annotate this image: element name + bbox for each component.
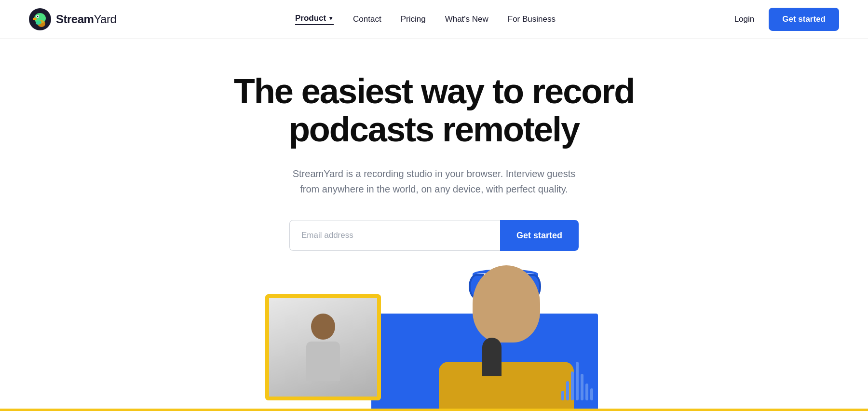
- hero-image: [265, 280, 603, 410]
- logo-icon: [29, 8, 51, 30]
- wave-bar: [576, 362, 579, 400]
- hero-subtitle: StreamYard is a recording studio in your…: [289, 166, 579, 197]
- bottom-bar: [0, 409, 868, 411]
- nav-item-contact[interactable]: Contact: [353, 14, 381, 24]
- hero-section: The easiest way to record podcasts remot…: [0, 39, 868, 410]
- nav-item-for-business[interactable]: For Business: [508, 14, 556, 24]
- wave-bar: [581, 374, 583, 400]
- guest-video: [269, 298, 377, 397]
- host-head: [473, 265, 540, 342]
- nav-item-pricing[interactable]: Pricing: [401, 14, 426, 24]
- wave-bar: [561, 391, 564, 400]
- audio-waveform: [561, 362, 593, 400]
- wave-bar: [571, 371, 574, 400]
- chevron-down-icon: ▼: [328, 15, 334, 22]
- main-nav: Product ▼ Contact Pricing What's New For…: [295, 14, 556, 25]
- microphone-icon: [482, 338, 502, 376]
- guest-body: [306, 342, 340, 382]
- hero-title: The easiest way to record podcasts remot…: [234, 72, 634, 149]
- guest-head: [311, 314, 335, 339]
- svg-point-3: [37, 15, 39, 17]
- get-started-button-nav[interactable]: Get started: [769, 8, 839, 31]
- logo[interactable]: StreamYard: [29, 8, 116, 30]
- video-call-frame: [265, 294, 381, 400]
- logo-text: StreamYard: [56, 13, 116, 26]
- get-started-button-hero[interactable]: Get started: [500, 220, 579, 251]
- wave-bar: [566, 381, 569, 400]
- header-right: Login Get started: [734, 8, 839, 31]
- wave-bar: [585, 384, 588, 400]
- login-link[interactable]: Login: [734, 14, 755, 24]
- header: StreamYard Product ▼ Contact Pricing Wha…: [0, 0, 868, 39]
- wave-bar: [590, 388, 593, 400]
- nav-item-whats-new[interactable]: What's New: [445, 14, 488, 24]
- host-shirt: [439, 362, 574, 410]
- nav-item-product[interactable]: Product ▼: [295, 14, 334, 25]
- email-input[interactable]: [289, 220, 500, 251]
- email-form: Get started: [289, 220, 579, 251]
- svg-point-4: [33, 17, 37, 20]
